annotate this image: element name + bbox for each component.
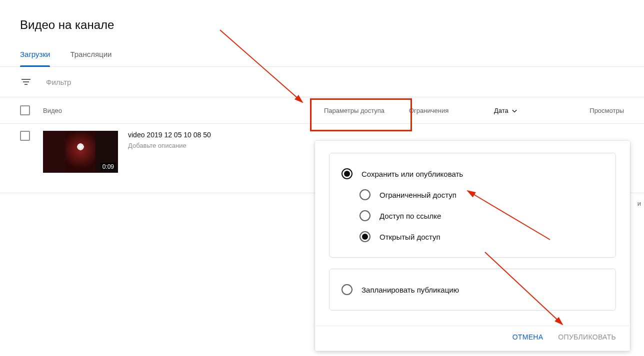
video-thumbnail[interactable]: 0:09 bbox=[43, 131, 118, 173]
cancel-button[interactable]: ОТМЕНА bbox=[512, 333, 544, 341]
radio-label: Ограниченный доступ bbox=[380, 191, 456, 199]
tabs: Загрузки Трансляции bbox=[0, 47, 644, 67]
save-publish-group: Сохранить или опубликовать Ограниченный … bbox=[329, 153, 616, 258]
col-header-date[interactable]: Дата bbox=[494, 106, 574, 115]
video-description-placeholder[interactable]: Добавьте описание bbox=[128, 142, 211, 149]
table-header-row: Видео Параметры доступа Ограничения Дата… bbox=[0, 97, 644, 124]
visibility-popover: Сохранить или опубликовать Ограниченный … bbox=[315, 141, 630, 351]
filter-input[interactable] bbox=[46, 78, 196, 86]
radio-schedule[interactable]: Запланировать публикацию bbox=[342, 279, 604, 300]
date-label: Дата bbox=[494, 107, 508, 114]
video-title[interactable]: video 2019 12 05 10 08 50 bbox=[128, 131, 211, 139]
radio-label: Открытый доступ bbox=[380, 233, 440, 241]
radio-icon bbox=[360, 210, 370, 221]
page-title: Видео на канале bbox=[20, 18, 624, 32]
col-header-restrictions[interactable]: Ограничения bbox=[409, 107, 494, 114]
radio-label: Доступ по ссылке bbox=[380, 212, 441, 220]
filter-icon[interactable] bbox=[20, 76, 32, 88]
radio-label: Сохранить или опубликовать bbox=[362, 170, 463, 178]
radio-icon bbox=[360, 189, 370, 200]
arrow-down-icon bbox=[510, 106, 518, 115]
radio-private[interactable]: Ограниченный доступ bbox=[342, 184, 604, 205]
radio-unlisted[interactable]: Доступ по ссылке bbox=[342, 205, 604, 226]
page-header: Видео на канале Загрузки Трансляции bbox=[0, 0, 644, 67]
radio-label: Запланировать публикацию bbox=[362, 286, 459, 294]
radio-icon bbox=[360, 231, 370, 242]
col-header-visibility[interactable]: Параметры доступа bbox=[324, 107, 409, 114]
publish-button[interactable]: ОПУБЛИКОВАТЬ bbox=[558, 333, 616, 341]
col-header-video: Видео bbox=[43, 107, 324, 114]
filter-bar bbox=[0, 67, 644, 97]
radio-public[interactable]: Открытый доступ bbox=[342, 226, 604, 247]
radio-save-or-publish[interactable]: Сохранить или опубликовать bbox=[342, 163, 604, 184]
video-duration: 0:09 bbox=[100, 163, 116, 171]
radio-icon bbox=[342, 284, 352, 295]
select-all-checkbox[interactable] bbox=[20, 105, 30, 115]
schedule-group: Запланировать публикацию bbox=[329, 269, 616, 311]
row-checkbox[interactable] bbox=[20, 131, 30, 141]
popover-actions: ОТМЕНА ОПУБЛИКОВАТЬ bbox=[315, 326, 630, 351]
video-text: video 2019 12 05 10 08 50 Добавьте описа… bbox=[128, 131, 211, 149]
trailing-letter: и bbox=[638, 200, 641, 207]
col-header-views[interactable]: Просмотры bbox=[574, 107, 624, 114]
tab-live[interactable]: Трансляции bbox=[70, 47, 112, 66]
radio-icon bbox=[342, 168, 352, 179]
tab-uploads[interactable]: Загрузки bbox=[20, 47, 50, 66]
